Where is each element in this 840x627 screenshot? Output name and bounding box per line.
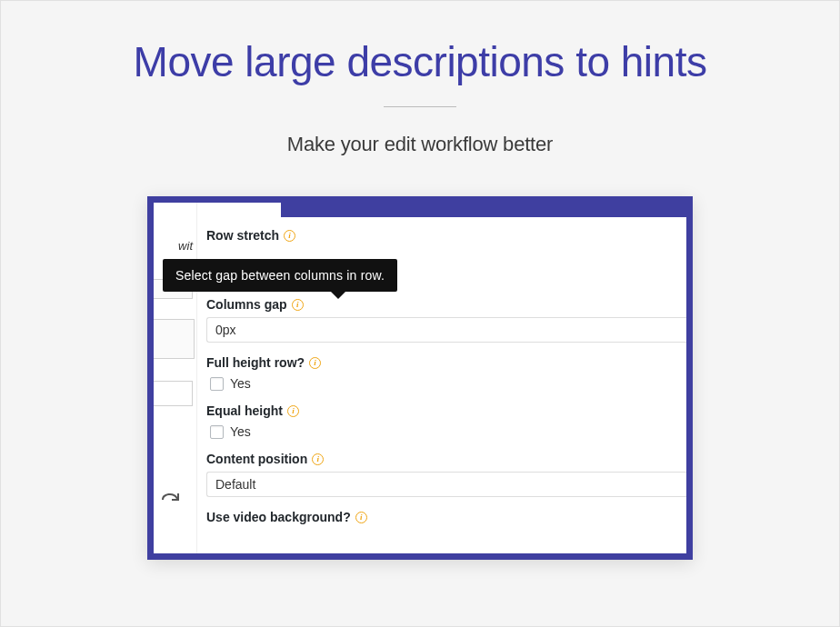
columns-gap-value: 0px [215, 323, 236, 337]
full-height-checkbox-row[interactable]: Yes [197, 376, 686, 391]
left-box-3 [154, 381, 193, 406]
checkbox-icon[interactable] [210, 425, 224, 439]
redo-arrow-icon [160, 492, 180, 504]
page-subtitle: Make your edit workflow better [287, 133, 553, 156]
info-icon[interactable]: i [355, 512, 367, 523]
field-full-height: Full height row? i Yes [197, 355, 686, 391]
content-position-label: Content position [206, 452, 307, 466]
page-title: Move large descriptions to hints [134, 37, 707, 86]
left-sidebar-fragment: wit 4 [154, 203, 197, 553]
screenshot-card: wit 4 [147, 196, 693, 560]
left-frag-text: wit [178, 239, 193, 253]
columns-gap-label: Columns gap [206, 297, 287, 312]
equal-height-label: Equal height [206, 403, 283, 418]
content-position-select[interactable]: Default [206, 472, 686, 497]
field-content-position: Content position i Default [197, 452, 686, 497]
info-icon[interactable]: i [312, 453, 324, 465]
content-position-value: Default [215, 477, 255, 492]
hint-tooltip: Select gap between columns in row. [163, 259, 397, 292]
equal-height-option: Yes [230, 424, 251, 439]
full-height-label: Full height row? [206, 355, 305, 370]
frame-header-strip [281, 203, 686, 217]
info-icon[interactable]: i [287, 405, 299, 417]
video-bg-label: Use video background? [206, 510, 351, 524]
field-columns-gap: Columns gap i 0px [197, 297, 686, 343]
info-icon[interactable]: i [309, 357, 321, 369]
info-icon[interactable]: i [284, 230, 295, 242]
field-equal-height: Equal height i Yes [197, 403, 686, 439]
field-video-bg: Use video background? i [197, 510, 686, 524]
info-icon[interactable]: i [292, 299, 304, 311]
field-row-stretch: Row stretch i [197, 228, 686, 243]
row-stretch-label: Row stretch [206, 228, 279, 243]
divider [384, 106, 456, 107]
full-height-option: Yes [230, 376, 251, 391]
form-area: Select gap between columns in row. Row s… [197, 203, 686, 553]
equal-height-checkbox-row[interactable]: Yes [197, 424, 686, 439]
left-box-2 [154, 319, 195, 359]
screenshot-frame: wit 4 [147, 196, 693, 560]
active-tab-indicator[interactable] [197, 203, 281, 217]
checkbox-icon[interactable] [210, 377, 224, 391]
columns-gap-select[interactable]: 0px [206, 317, 686, 343]
